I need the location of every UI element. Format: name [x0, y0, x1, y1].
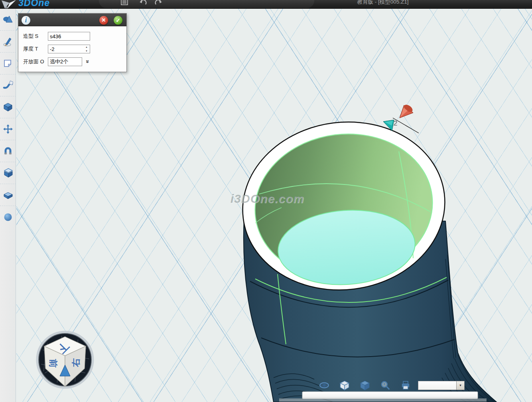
tray-icon — [3, 190, 13, 200]
window-title: 教育版 - [模型005.Z1] — [327, 0, 439, 6]
combine-box-icon — [3, 168, 13, 178]
pen-icon — [3, 36, 13, 47]
magnet-icon — [3, 146, 13, 156]
wireframe-cube-icon[interactable] — [339, 380, 350, 390]
spinner-down-icon[interactable]: ▼ — [84, 49, 89, 53]
view-dropdown: ▾ — [418, 381, 465, 390]
confirm-button[interactable]: ✓ — [114, 16, 122, 25]
dialog-body: 造型 S 厚度 T ▲ ▼ 开放面 O « — [18, 26, 126, 72]
sidebar-item-section-tray[interactable] — [0, 184, 16, 206]
visibility-eye-icon[interactable] — [319, 380, 329, 390]
titlebar-pill — [99, 0, 314, 8]
print-icon[interactable] — [400, 380, 411, 390]
open-faces-field-label: 开放面 O — [23, 58, 48, 65]
move-arrows-icon — [3, 124, 13, 134]
open-faces-field-input[interactable] — [48, 57, 82, 66]
sidebar-item-move[interactable] — [0, 118, 16, 140]
undo-icon[interactable] — [139, 0, 148, 7]
zoom-magnifier-icon[interactable] — [380, 380, 390, 390]
shell-property-dialog: i ✕ ✓ 造型 S 厚度 T ▲ ▼ 开放面 O « — [18, 13, 127, 72]
thickness-spinner[interactable]: ▲ ▼ — [84, 45, 89, 53]
app-logo-text: 3DOne — [18, 0, 50, 8]
sidebar-item-material-sphere[interactable] — [0, 206, 16, 228]
primitives-icon — [3, 14, 13, 25]
expand-chevron-icon[interactable]: « — [83, 61, 90, 63]
shaded-cube-icon[interactable] — [360, 380, 370, 390]
sidebar-item-magnet-snap[interactable] — [0, 140, 16, 162]
field-row-thickness: 厚度 T ▲ ▼ — [23, 45, 123, 53]
toolbar-sidebar — [0, 9, 16, 402]
titlebar: 3DOne 教育版 - [模型005.Z1] — [0, 0, 532, 9]
app-logo-icon — [1, 0, 17, 9]
spinner-up-icon[interactable]: ▲ — [84, 45, 89, 49]
sidebar-item-sketch-plane[interactable] — [0, 53, 16, 75]
cancel-button[interactable]: ✕ — [99, 16, 108, 25]
shape-field-input[interactable] — [48, 32, 90, 41]
sketch-plane-icon — [3, 58, 13, 69]
watermark: i3DOne.com — [231, 192, 304, 206]
shape-field-label: 造型 S — [23, 33, 48, 40]
view-dropdown-input[interactable] — [418, 381, 456, 390]
dropdown-arrow-icon[interactable]: ▾ — [456, 381, 465, 390]
field-row-shape: 造型 S — [23, 32, 123, 41]
thickness-field-label: 厚度 T — [23, 45, 48, 53]
sidebar-item-extrude-box[interactable] — [0, 96, 16, 118]
sidebar-item-sweep[interactable] — [0, 75, 16, 96]
cube-icon — [3, 102, 13, 112]
document-icon[interactable] — [120, 0, 128, 6]
redo-icon[interactable] — [154, 0, 163, 7]
dialog-header: i ✕ ✓ — [18, 14, 126, 26]
info-icon: i — [22, 16, 30, 25]
sidebar-item-primitives[interactable] — [0, 9, 16, 31]
field-row-open-faces: 开放面 O « — [23, 57, 123, 66]
sphere-icon — [3, 212, 13, 222]
sweep-icon — [3, 80, 13, 90]
view-toolbar — [319, 380, 421, 390]
sidebar-item-combine[interactable] — [0, 162, 16, 184]
sidebar-item-sketch-draw[interactable] — [0, 31, 16, 53]
